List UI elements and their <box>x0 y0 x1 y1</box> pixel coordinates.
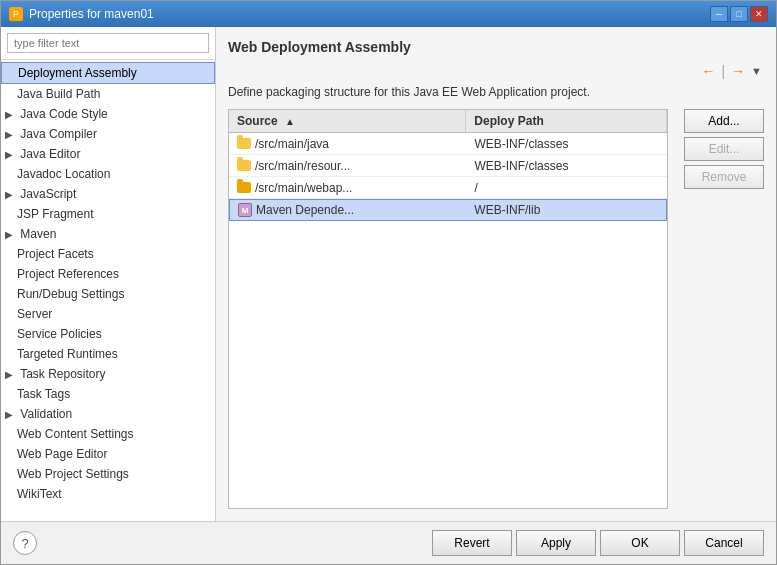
table-cell-deploy-3: WEB-INF/lib <box>466 201 666 219</box>
jsp-fragment-label: JSP Fragment <box>17 207 93 221</box>
main-panel: Web Deployment Assembly ← | → ▼ Define p… <box>216 27 776 521</box>
bottom-left: ? <box>13 531 37 555</box>
java-code-style-label: Java Code Style <box>20 107 107 121</box>
expand-arrow-code-style: ▶ <box>5 109 17 120</box>
sidebar-item-task-repository[interactable]: ▶ Task Repository <box>1 364 215 384</box>
table-row-selected[interactable]: Maven Depende... WEB-INF/lib <box>229 199 667 221</box>
ok-button[interactable]: OK <box>600 530 680 556</box>
sidebar-item-task-tags[interactable]: Task Tags <box>1 384 215 404</box>
panel-title: Web Deployment Assembly <box>228 39 764 55</box>
sidebar-item-maven[interactable]: ▶ Maven <box>1 224 215 244</box>
apply-button[interactable]: Apply <box>516 530 596 556</box>
run-debug-settings-label: Run/Debug Settings <box>17 287 124 301</box>
wikitext-label: WikiText <box>17 487 62 501</box>
source-column-header: Source ▲ <box>229 110 466 132</box>
expand-arrow-task-repo: ▶ <box>5 369 17 380</box>
web-content-settings-label: Web Content Settings <box>17 427 134 441</box>
table-cell-source-2: /src/main/webap... <box>229 179 466 197</box>
web-project-settings-label: Web Project Settings <box>17 467 129 481</box>
panel-description: Define packaging structure for this Java… <box>228 85 764 99</box>
sidebar-item-java-code-style[interactable]: ▶ Java Code Style <box>1 104 215 124</box>
sidebar-item-validation[interactable]: ▶ Validation <box>1 404 215 424</box>
table-cell-deploy-1: WEB-INF/classes <box>466 157 667 175</box>
titlebar-left: P Properties for maven01 <box>9 7 154 21</box>
maven-icon <box>238 203 252 217</box>
deploy-path-column-header: Deploy Path <box>466 110 667 132</box>
java-build-path-label: Java Build Path <box>17 87 100 101</box>
bottom-right: Revert Apply OK Cancel <box>432 530 764 556</box>
sidebar-item-wikitext[interactable]: WikiText <box>1 484 215 504</box>
maven-label: Maven <box>20 227 56 241</box>
sidebar-item-server[interactable]: Server <box>1 304 215 324</box>
table-body: /src/main/java WEB-INF/classes /src/main… <box>229 133 667 508</box>
table-cell-source-1: /src/main/resour... <box>229 157 466 175</box>
sidebar: Deployment Assembly Java Build Path ▶ Ja… <box>1 27 216 521</box>
deployment-table: Source ▲ Deploy Path /src/main/java <box>228 109 668 509</box>
javascript-label: JavaScript <box>20 187 76 201</box>
filter-input[interactable] <box>7 33 209 53</box>
nav-dropdown-icon[interactable]: ▼ <box>749 65 764 77</box>
project-facets-label: Project Facets <box>17 247 94 261</box>
sidebar-item-web-page-editor[interactable]: Web Page Editor <box>1 444 215 464</box>
sidebar-item-targeted-runtimes[interactable]: Targeted Runtimes <box>1 344 215 364</box>
edit-button[interactable]: Edit... <box>684 137 764 161</box>
sidebar-item-deployment-assembly[interactable]: Deployment Assembly <box>1 62 215 84</box>
expand-arrow-maven: ▶ <box>5 229 17 240</box>
expand-arrow-validation: ▶ <box>5 409 17 420</box>
expand-arrow-editor: ▶ <box>5 149 17 160</box>
table-row[interactable]: /src/main/java WEB-INF/classes <box>229 133 667 155</box>
java-editor-label: Java Editor <box>20 147 80 161</box>
close-button[interactable]: ✕ <box>750 6 768 22</box>
sidebar-item-java-compiler[interactable]: ▶ Java Compiler <box>1 124 215 144</box>
task-repository-label: Task Repository <box>20 367 105 381</box>
sidebar-item-project-facets[interactable]: Project Facets <box>1 244 215 264</box>
filter-box <box>1 27 215 60</box>
task-tags-label: Task Tags <box>17 387 70 401</box>
table-cell-source-3: Maven Depende... <box>230 201 466 219</box>
sidebar-container: Deployment Assembly Java Build Path ▶ Ja… <box>1 60 215 521</box>
sidebar-item-run-debug-settings[interactable]: Run/Debug Settings <box>1 284 215 304</box>
add-button[interactable]: Add... <box>684 109 764 133</box>
nav-back-icon[interactable]: ← <box>699 63 717 79</box>
sidebar-item-project-references[interactable]: Project References <box>1 264 215 284</box>
panel-top-icons: ← | → ▼ <box>699 63 764 79</box>
sort-icon: ▲ <box>285 116 295 127</box>
cancel-button[interactable]: Cancel <box>684 530 764 556</box>
nav-separator: | <box>719 63 727 79</box>
folder-icon-web <box>237 182 251 193</box>
java-compiler-label: Java Compiler <box>20 127 97 141</box>
sidebar-item-java-build-path[interactable]: Java Build Path <box>1 84 215 104</box>
table-cell-deploy-0: WEB-INF/classes <box>466 135 667 153</box>
help-button[interactable]: ? <box>13 531 37 555</box>
sidebar-item-service-policies[interactable]: Service Policies <box>1 324 215 344</box>
sidebar-item-javadoc-location[interactable]: Javadoc Location <box>1 164 215 184</box>
sidebar-item-web-content-settings[interactable]: Web Content Settings <box>1 424 215 444</box>
sidebar-item-java-editor[interactable]: ▶ Java Editor <box>1 144 215 164</box>
expand-arrow-javascript: ▶ <box>5 189 17 200</box>
bottom-bar: ? Revert Apply OK Cancel <box>1 521 776 564</box>
minimize-button[interactable]: ─ <box>710 6 728 22</box>
table-cell-source-0: /src/main/java <box>229 135 466 153</box>
right-buttons: Add... Edit... Remove <box>684 109 764 509</box>
titlebar: P Properties for maven01 ─ □ ✕ <box>1 1 776 27</box>
folder-icon <box>237 138 251 149</box>
table-row[interactable]: /src/main/webap... / <box>229 177 667 199</box>
folder-icon <box>237 160 251 171</box>
expand-arrow-compiler: ▶ <box>5 129 17 140</box>
table-row[interactable]: /src/main/resour... WEB-INF/classes <box>229 155 667 177</box>
titlebar-controls: ─ □ ✕ <box>710 6 768 22</box>
table-cell-deploy-2: / <box>466 179 667 197</box>
content-area: Deployment Assembly Java Build Path ▶ Ja… <box>1 27 776 521</box>
service-policies-label: Service Policies <box>17 327 102 341</box>
revert-button[interactable]: Revert <box>432 530 512 556</box>
window-icon: P <box>9 7 23 21</box>
sidebar-item-web-project-settings[interactable]: Web Project Settings <box>1 464 215 484</box>
remove-button[interactable]: Remove <box>684 165 764 189</box>
sidebar-item-javascript[interactable]: ▶ JavaScript <box>1 184 215 204</box>
nav-forward-icon[interactable]: → <box>729 63 747 79</box>
deployment-assembly-label: Deployment Assembly <box>18 66 137 80</box>
sidebar-item-jsp-fragment[interactable]: JSP Fragment <box>1 204 215 224</box>
maximize-button[interactable]: □ <box>730 6 748 22</box>
javadoc-location-label: Javadoc Location <box>17 167 110 181</box>
web-page-editor-label: Web Page Editor <box>17 447 108 461</box>
